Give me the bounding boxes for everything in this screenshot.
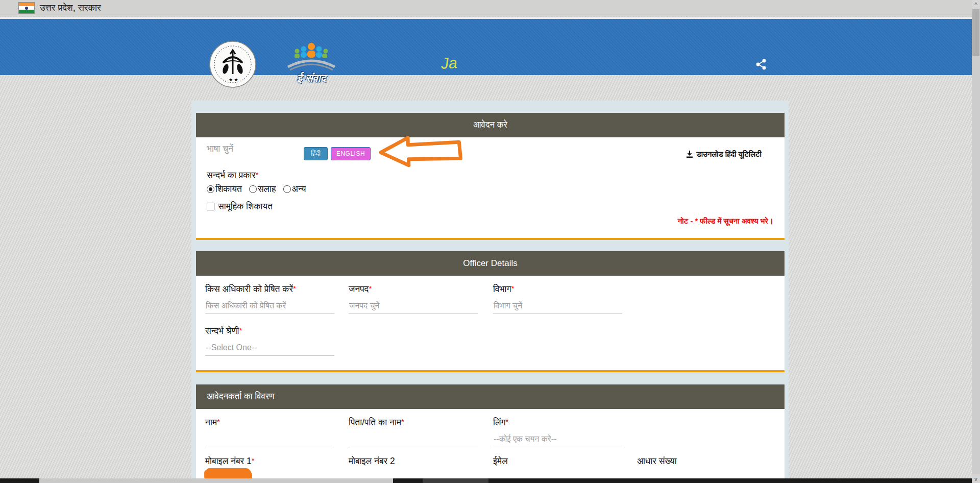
handwritten-annotation: Ja xyxy=(440,54,457,73)
reference-type-options: शिकायत सलाह अन्य xyxy=(207,184,306,195)
horizontal-scrollbar-thumb[interactable] xyxy=(39,478,393,483)
radio-other[interactable]: अन्य xyxy=(283,184,306,195)
esamvad-logo: ई-संवाद xyxy=(286,40,337,91)
father-husband-name-label: पिता/पति का नाम* xyxy=(349,417,404,428)
apply-section-title: आवेदन करे xyxy=(196,113,785,137)
gender-select[interactable] xyxy=(493,431,622,447)
district-select[interactable] xyxy=(349,298,478,314)
radio-complaint[interactable]: शिकायत xyxy=(207,184,242,195)
horizontal-scrollbar-segment xyxy=(423,478,488,483)
hindi-language-button[interactable]: हिंदी xyxy=(304,147,328,160)
apply-section: आवेदन करे भाषा चुनें हिंदी ENGLISH डाउनल… xyxy=(196,113,785,240)
main-header: ★ ★ ई-संवाद Ja xyxy=(0,19,972,75)
browser-title-bar: उत्तर प्रदेश, सरकार xyxy=(0,0,972,16)
forward-to-input[interactable] xyxy=(205,298,334,314)
radio-advice[interactable]: सलाह xyxy=(249,184,276,195)
india-flag-icon xyxy=(18,2,35,14)
department-label: विभाग* xyxy=(493,284,514,295)
forward-to-label: किस अधिकारी को प्रेषित करें* xyxy=(205,284,296,295)
vertical-scrollbar-thumb[interactable] xyxy=(972,9,979,56)
horizontal-scrollbar[interactable] xyxy=(0,478,972,483)
arrow-annotation-icon xyxy=(379,135,463,169)
group-complaint-checkbox[interactable]: सामूहिक शिकायत xyxy=(207,201,273,212)
district-label: जनपद* xyxy=(349,284,372,295)
mobile2-label: मोबाइल नंबर 2 xyxy=(349,456,395,467)
share-icon[interactable] xyxy=(754,58,768,71)
radio-icon xyxy=(283,185,291,193)
applicant-details-title: आवेदनकर्ता का विवरण xyxy=(196,384,785,409)
department-select[interactable] xyxy=(493,298,622,314)
vertical-scrollbar[interactable]: ^ v xyxy=(972,0,980,483)
up-government-seal-icon: ★ ★ xyxy=(209,40,257,88)
name-input[interactable] xyxy=(205,431,334,447)
officer-details-section: Officer Details किस अधिकारी को प्रेषित क… xyxy=(196,251,785,372)
officer-details-title: Officer Details xyxy=(196,251,785,276)
scroll-down-icon[interactable]: v xyxy=(972,474,980,483)
download-hindi-utility-link[interactable]: डाउनलोड हिंदी यूटिलिटी xyxy=(685,150,762,159)
name-label: नाम* xyxy=(205,417,220,428)
father-husband-name-input[interactable] xyxy=(349,431,478,447)
checkbox-icon xyxy=(207,203,214,210)
scroll-up-icon[interactable]: ^ xyxy=(972,0,980,9)
download-icon xyxy=(685,150,694,158)
required-fields-note: नोट - * फील्ड में सूचना अवश्य भरे। xyxy=(678,216,773,226)
radio-icon xyxy=(249,185,257,193)
reference-category-label: सन्दर्भ श्रेणी* xyxy=(205,326,242,336)
svg-text:★ ★: ★ ★ xyxy=(229,77,238,82)
email-label: ईमेल xyxy=(493,456,508,467)
radio-icon xyxy=(207,185,214,193)
language-label: भाषा चुनें xyxy=(207,143,233,154)
aadhaar-label: आधार संख्या xyxy=(637,456,677,467)
site-title: उत्तर प्रदेश, सरकार xyxy=(40,3,101,13)
english-language-button[interactable]: ENGLISH xyxy=(331,147,371,160)
mobile1-label: मोबाइल नंबर 1* xyxy=(205,456,255,467)
reference-category-select[interactable] xyxy=(205,340,334,356)
reference-type-label: सन्दर्भ का प्रकार* xyxy=(207,170,259,181)
applicant-details-section: आवेदनकर्ता का विवरण नाम* पिता/पति का नाम… xyxy=(196,384,785,478)
esamvad-logo-text: ई-संवाद xyxy=(286,72,337,84)
gender-label: लिंग* xyxy=(493,417,508,428)
page: उत्तर प्रदेश, सरकार ★ ★ xyxy=(0,0,980,483)
